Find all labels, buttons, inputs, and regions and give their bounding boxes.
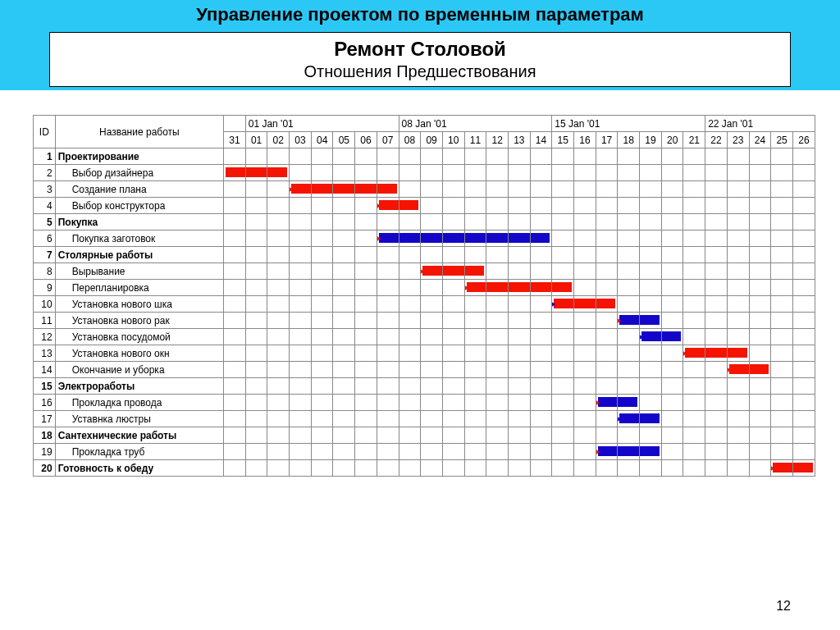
gantt-cell [574,444,596,460]
gantt-cell [245,148,267,165]
gantt-cell [377,198,399,214]
gantt-cell [442,427,464,444]
gantt-cell [377,395,399,411]
gantt-cell [683,296,705,313]
gantt-cell [705,181,728,198]
gantt-cell [618,263,640,280]
gantt-bar [508,282,530,292]
task-name: Вырывание [55,263,223,280]
gantt-cell [224,263,246,280]
gantt-cell [355,165,377,181]
gantt-cell [705,345,728,362]
gantt-cell [640,148,662,165]
gantt-cell [683,231,705,247]
gantt-cell [224,247,246,263]
gantt-cell [508,362,530,378]
day-header: 12 [486,132,509,148]
day-header: 21 [683,132,705,148]
gantt-cell [683,329,705,345]
gantt-bar [641,331,661,341]
gantt-cell [464,427,486,444]
gantt-cell [333,181,355,198]
task-id: 16 [34,395,56,411]
gantt-cell [377,329,399,345]
gantt-cell [290,181,312,198]
gantt-cell [442,345,464,362]
gantt-cell [771,427,793,444]
gantt-cell [771,313,793,329]
gantt-cell [618,231,640,247]
gantt-cell [792,263,815,280]
task-id: 4 [34,198,56,214]
gantt-cell [464,378,486,395]
gantt-cell [486,231,509,247]
gantt-cell [399,395,421,411]
gantt-cell [245,460,267,477]
gantt-cell [333,280,355,296]
gantt-cell [596,444,618,460]
gantt-cell [552,345,574,362]
gantt-bar [442,233,464,243]
gantt-cell [727,427,749,444]
gantt-bar [792,463,813,472]
gantt-bar [598,446,618,456]
day-header: 01 [245,132,267,148]
task-id: 7 [34,247,56,263]
gantt-cell [442,444,464,460]
gantt-cell [377,165,399,181]
gantt-cell [552,280,574,296]
gantt-cell [705,362,728,378]
gantt-cell [486,444,509,460]
gantt-cell [224,198,246,214]
gantt-cell [661,165,683,181]
week-header: 22 Jan '01 [705,116,815,132]
gantt-cell [464,313,486,329]
gantt-cell [267,247,290,263]
gantt-cell [683,263,705,280]
gantt-cell [661,313,683,329]
gantt-cell [771,362,793,378]
gantt-cell [661,460,683,477]
gantt-cell [661,427,683,444]
gantt-cell [749,460,771,477]
gantt-cell [705,148,728,165]
gantt-bar [464,233,486,243]
dependency-arrow-icon [683,349,687,358]
gantt-cell [290,329,312,345]
gantt-cell [596,427,618,444]
gantt-cell [749,313,771,329]
gantt-cell [705,411,728,427]
gantt-cell [727,378,749,395]
day-header: 31 [224,132,246,148]
gantt-cell [683,378,705,395]
gantt-cell [224,362,246,378]
gantt-cell [267,362,290,378]
gantt-cell [267,329,290,345]
week-header: 15 Jan '01 [552,116,705,132]
gantt-cell [508,329,530,345]
gantt-cell [224,427,246,444]
gantt-cell [333,362,355,378]
gantt-cell [771,444,793,460]
gantt-cell [727,247,749,263]
task-row: 3Создание плана [34,181,815,198]
gantt-cell [683,165,705,181]
gantt-cell [355,313,377,329]
task-row: 5Покупка [34,214,815,231]
task-row: 13Установка нового окн [34,345,815,362]
gantt-cell [618,181,640,198]
gantt-cell [771,411,793,427]
gantt-cell [333,378,355,395]
gantt-cell [333,231,355,247]
gantt-cell [618,411,640,427]
gantt-cell [486,214,509,231]
task-id: 2 [34,165,56,181]
chart-subtitle: Отношения Предшествования [50,62,790,81]
gantt-cell [267,263,290,280]
day-header: 09 [421,132,443,148]
gantt-cell [377,296,399,313]
gantt-bar [333,184,355,194]
gantt-cell [749,214,771,231]
gantt-cell [530,329,552,345]
gantt-cell [224,395,246,411]
